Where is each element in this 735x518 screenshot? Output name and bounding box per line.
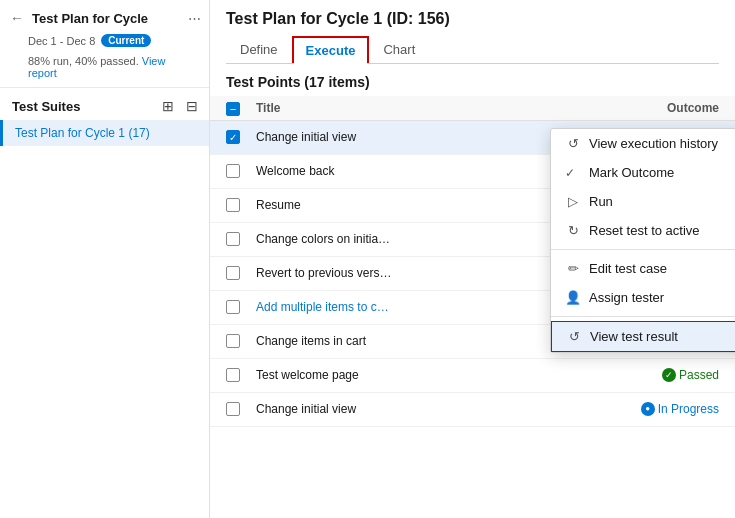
tab-define[interactable]: Define <box>226 36 292 63</box>
menu-item-reset[interactable]: ↻ Reset test to active <box>551 216 735 245</box>
assign-icon: 👤 <box>565 290 581 305</box>
sidebar-title: Test Plan for Cycle <box>32 11 182 26</box>
checkbox-5[interactable] <box>226 300 240 314</box>
menu-item-mark-outcome[interactable]: ✓ Mark Outcome › <box>551 158 735 187</box>
checkbox-8[interactable] <box>226 402 240 416</box>
sidebar: ← Test Plan for Cycle ⋯ Dec 1 - Dec 8 Cu… <box>0 0 210 518</box>
sidebar-stats: 88% run, 40% passed. View report <box>0 53 209 83</box>
table-header: – Title Outcome <box>210 96 735 121</box>
menu-label-mark-outcome: Mark Outcome <box>589 165 674 180</box>
expand-suites-icon[interactable]: ⊞ <box>159 96 177 116</box>
sidebar-date-row: Dec 1 - Dec 8 Current <box>0 32 209 53</box>
table-row[interactable]: Test welcome page ✓Passed <box>210 359 735 393</box>
checkbox-4[interactable] <box>226 266 240 280</box>
stats-text: 88% run, 40% passed. <box>28 55 139 67</box>
in-progress-icon: ● <box>641 402 655 416</box>
row-checkbox-5[interactable] <box>226 300 256 314</box>
row-checkbox-2[interactable] <box>226 198 256 212</box>
menu-label-run: Run <box>589 194 613 209</box>
view-result-icon: ↺ <box>566 329 582 344</box>
mark-outcome-check-icon: ✓ <box>565 166 581 180</box>
row-checkbox-6[interactable] <box>226 334 256 348</box>
run-icon: ▷ <box>565 194 581 209</box>
table-row[interactable]: Change initial view ●In Progress <box>210 393 735 427</box>
back-button[interactable]: ← <box>8 8 26 28</box>
menu-divider-2 <box>551 316 735 317</box>
menu-item-view-test-result[interactable]: ↺ View test result <box>551 321 735 352</box>
row-title-8: Change initial view <box>256 402 619 416</box>
menu-label-assign: Assign tester <box>589 290 664 305</box>
tab-bar: Define Execute Chart <box>226 36 719 64</box>
menu-item-view-execution-history[interactable]: ↺ View execution history <box>551 129 735 158</box>
suites-label: Test Suites <box>12 99 153 114</box>
select-all-checkbox[interactable]: – <box>226 102 240 116</box>
menu-divider-1 <box>551 249 735 250</box>
sidebar-date: Dec 1 - Dec 8 <box>28 35 95 47</box>
menu-item-run[interactable]: ▷ Run › <box>551 187 735 216</box>
collapse-suites-icon[interactable]: ⊟ <box>183 96 201 116</box>
sidebar-header: ← Test Plan for Cycle ⋯ <box>0 0 209 32</box>
menu-label-view-result: View test result <box>590 329 678 344</box>
row-checkbox-3[interactable] <box>226 232 256 246</box>
row-checkbox-4[interactable] <box>226 266 256 280</box>
row-outcome-7: ✓Passed <box>619 368 719 382</box>
tab-chart[interactable]: Chart <box>369 36 429 63</box>
reset-icon: ↻ <box>565 223 581 238</box>
main-title: Test Plan for Cycle 1 (ID: 156) <box>226 10 719 28</box>
checkbox-3[interactable] <box>226 232 240 246</box>
row-checkbox-1[interactable] <box>226 164 256 178</box>
main-header: Test Plan for Cycle 1 (ID: 156) Define E… <box>210 0 735 64</box>
view-execution-history-icon: ↺ <box>565 136 581 151</box>
menu-label-reset: Reset test to active <box>589 223 700 238</box>
row-title-7: Test welcome page <box>256 368 619 382</box>
main-content: Test Plan for Cycle 1 (ID: 156) Define E… <box>210 0 735 518</box>
more-icon[interactable]: ⋯ <box>188 11 201 26</box>
edit-icon: ✏ <box>565 261 581 276</box>
menu-label-view-execution-history: View execution history <box>589 136 718 151</box>
checkbox-0[interactable]: ✓ <box>226 130 240 144</box>
header-checkbox-col: – <box>226 100 256 116</box>
menu-item-edit-test-case[interactable]: ✏ Edit test case <box>551 254 735 283</box>
row-checkbox-0[interactable]: ✓ <box>226 130 256 144</box>
test-points-header: Test Points (17 items) <box>210 64 735 96</box>
passed-icon: ✓ <box>662 368 676 382</box>
sidebar-suites-header: Test Suites ⊞ ⊟ <box>0 87 209 120</box>
context-menu: ↺ View execution history ✓ Mark Outcome … <box>550 128 735 353</box>
outcome-column-header: Outcome <box>619 101 719 115</box>
menu-item-assign-tester[interactable]: 👤 Assign tester › <box>551 283 735 312</box>
title-column-header: Title <box>256 101 619 115</box>
row-checkbox-7[interactable] <box>226 368 256 382</box>
current-badge: Current <box>101 34 151 47</box>
menu-label-edit: Edit test case <box>589 261 667 276</box>
checkbox-6[interactable] <box>226 334 240 348</box>
row-outcome-8: ●In Progress <box>619 402 719 416</box>
tab-execute[interactable]: Execute <box>292 36 370 63</box>
row-checkbox-8[interactable] <box>226 402 256 416</box>
checkbox-2[interactable] <box>226 198 240 212</box>
suite-item[interactable]: Test Plan for Cycle 1 (17) <box>0 120 209 146</box>
checkbox-1[interactable] <box>226 164 240 178</box>
checkbox-7[interactable] <box>226 368 240 382</box>
